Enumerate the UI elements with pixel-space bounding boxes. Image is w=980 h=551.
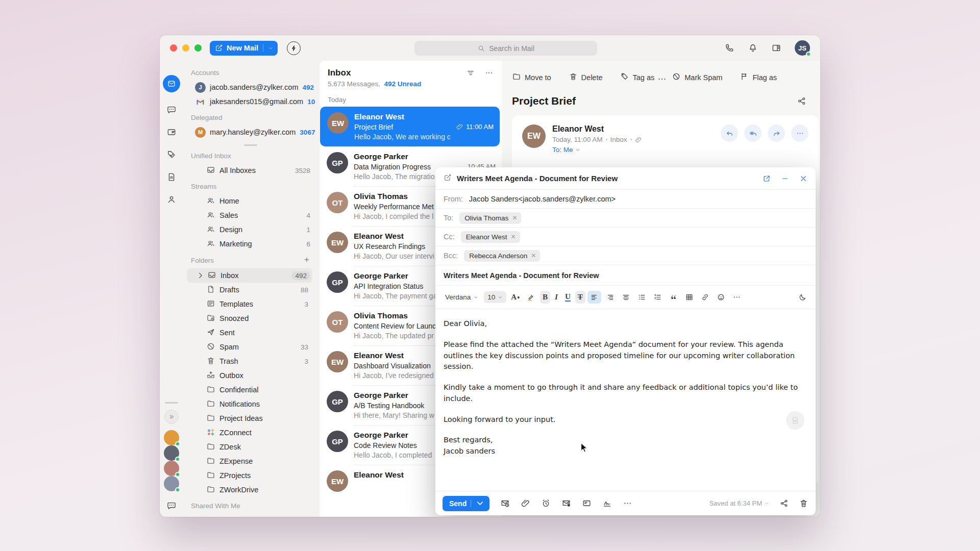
insert-table-button[interactable] [682, 291, 696, 304]
more-actions-icon[interactable] [657, 74, 667, 84]
reply-all-button[interactable] [744, 124, 762, 142]
highlight-button[interactable] [524, 291, 538, 304]
notes-icon[interactable] [166, 172, 177, 182]
toolbar-action-button[interactable]: Flag as [740, 72, 777, 83]
delegated-account-row[interactable]: M mary.hansley@zylker.com 3067 [187, 125, 314, 139]
chevron-down-icon[interactable] [268, 45, 274, 51]
filter-icon[interactable] [466, 68, 475, 78]
more-email-actions-button[interactable] [791, 124, 808, 142]
toolbar-action-button[interactable]: Tag as [620, 72, 655, 83]
new-mail-button[interactable]: New Mail [210, 41, 278, 56]
emoji-button[interactable] [714, 291, 728, 304]
folder-item[interactable]: Sent [187, 325, 312, 340]
bell-icon[interactable] [748, 43, 758, 53]
align-center-button[interactable] [619, 291, 633, 304]
share-draft-icon[interactable] [779, 498, 789, 508]
toolbar-action-button[interactable]: Mark Spam [672, 72, 722, 83]
stream-item[interactable]: Design 1 [187, 222, 314, 237]
bullet-list-button[interactable] [635, 291, 649, 304]
search-input[interactable]: Search in Mail [414, 41, 597, 56]
folder-item[interactable]: Outbox [187, 368, 312, 383]
sidebar-item-all-inboxes[interactable]: All Inboxes 3528 [187, 163, 314, 178]
forward-button[interactable] [768, 124, 785, 142]
add-folder-button[interactable] [303, 256, 310, 265]
phone-icon[interactable] [724, 43, 734, 53]
folder-item[interactable]: ZDesk [187, 440, 312, 454]
bcc-field[interactable]: Bcc: Rebecca Anderson ✕ [435, 246, 816, 265]
sender-avatar[interactable]: EW [522, 124, 546, 148]
close-icon[interactable] [799, 174, 807, 183]
contact-avatar[interactable] [164, 476, 179, 491]
align-right-button[interactable] [603, 291, 617, 304]
cc-field[interactable]: Cc: Eleanor West ✕ [435, 228, 816, 246]
toolbar-action-button[interactable]: Move to [512, 72, 551, 83]
folder-item[interactable]: Inbox 492 [187, 268, 312, 283]
contact-avatar[interactable] [164, 461, 179, 476]
quick-actions-button[interactable] [287, 41, 301, 55]
reply-button[interactable] [721, 124, 738, 142]
minimize-icon[interactable] [781, 174, 789, 183]
bold-button[interactable]: B [540, 291, 550, 304]
tags-icon[interactable] [166, 149, 177, 160]
feedback-chat-icon[interactable] [166, 500, 177, 511]
folder-item[interactable]: Project Ideas [187, 411, 312, 425]
stream-item[interactable]: Home [187, 194, 314, 208]
folder-item[interactable]: ZWorkDrive [187, 483, 312, 497]
chat-icon[interactable] [166, 105, 177, 115]
expand-contacts-button[interactable] [164, 410, 179, 424]
signature-icon[interactable] [602, 498, 612, 508]
contact-avatar[interactable] [164, 430, 179, 445]
remove-recipient-icon[interactable]: ✕ [511, 234, 516, 240]
account-row[interactable]: jakesanders015@gmail.com 10 [187, 94, 314, 109]
numbered-list-button[interactable] [651, 291, 665, 304]
chevron-right-icon[interactable] [196, 271, 203, 280]
discard-draft-icon[interactable] [799, 498, 808, 508]
folder-item[interactable]: Snoozed [187, 311, 312, 325]
account-row[interactable]: J jacob.sanders@zylker.com 492 [187, 80, 314, 94]
email-recipients[interactable]: To: Me [552, 146, 642, 154]
open-in-new-window-icon[interactable] [763, 174, 771, 183]
folder-item[interactable]: Drafts 88 [187, 283, 312, 297]
insert-template-icon[interactable] [582, 498, 592, 508]
underline-button[interactable]: U [562, 291, 573, 304]
message-row[interactable]: EW Eleanor West Project Brief Hello Jaco… [320, 107, 500, 146]
compose-header[interactable]: Writers Meet Agenda - Document for Revie… [435, 167, 816, 190]
attach-file-icon[interactable] [521, 498, 530, 508]
recipient-chip[interactable]: Eleanor West ✕ [461, 231, 520, 243]
reminder-alarm-icon[interactable] [541, 498, 551, 508]
user-avatar[interactable]: JS [795, 40, 810, 56]
insert-link-button[interactable] [698, 291, 712, 304]
folder-item[interactable]: ZExpense [187, 454, 312, 468]
to-field[interactable]: To: Olivia Thomas ✕ [435, 209, 816, 228]
remove-recipient-icon[interactable]: ✕ [531, 253, 536, 259]
remove-recipient-icon[interactable]: ✕ [512, 215, 517, 221]
secure-email-icon[interactable] [561, 498, 571, 508]
share-icon[interactable] [797, 96, 807, 106]
compose-body-editor[interactable]: Dear Olivia,Please find the attached the… [435, 309, 816, 491]
blockquote-button[interactable] [667, 291, 680, 304]
folder-item[interactable]: Notifications [187, 397, 312, 411]
shared-with-me-label[interactable]: Shared With Me [187, 497, 314, 513]
toolbar-action-button[interactable]: Delete [569, 72, 603, 83]
reading-pane-icon[interactable] [771, 43, 781, 53]
contacts-icon[interactable] [166, 194, 177, 205]
align-left-button[interactable] [587, 291, 601, 304]
stream-item[interactable]: Marketing 6 [187, 237, 314, 251]
schedule-send-icon[interactable] [500, 498, 510, 508]
subject-field[interactable]: Writers Meet Agenda - Document for Revie… [435, 265, 816, 286]
rail-mail-button[interactable] [163, 75, 180, 92]
font-family-select[interactable]: Verdana [442, 291, 482, 303]
folder-item[interactable]: Confidential [187, 383, 312, 397]
autosave-status[interactable]: Saved at 6:34 PM [709, 499, 770, 507]
folder-item[interactable]: Spam 33 [187, 340, 312, 354]
more-options-icon[interactable] [484, 68, 494, 78]
font-size-select[interactable]: 10 [484, 291, 506, 303]
recipient-chip[interactable]: Rebecca Anderson ✕ [464, 250, 540, 262]
wallet-icon[interactable] [166, 127, 177, 137]
folder-item[interactable]: Trash 3 [187, 354, 312, 368]
more-options-icon[interactable] [623, 498, 632, 508]
send-button[interactable]: Send [443, 496, 489, 511]
stream-item[interactable]: Sales 4 [187, 208, 314, 222]
zoom-window-button[interactable] [194, 44, 202, 52]
minimize-window-button[interactable] [182, 44, 189, 52]
